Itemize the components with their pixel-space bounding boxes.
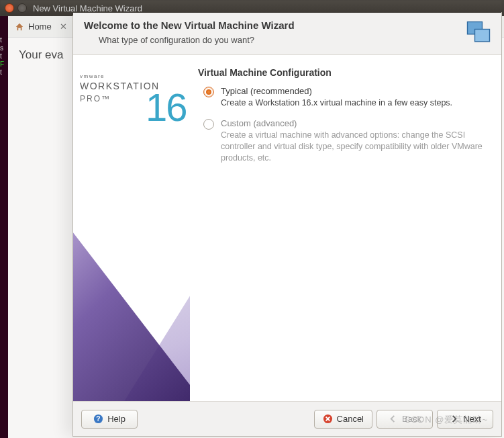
svg-text:?: ?: [96, 415, 100, 423]
config-section-title: Virtual Machine Configuration: [198, 67, 487, 78]
radio-custom[interactable]: [203, 119, 214, 130]
option-typical-desc: Create a Workstation 16.x virtual machin…: [221, 97, 452, 109]
window-minimize-icon[interactable]: [17, 3, 27, 13]
back-icon: [388, 414, 398, 424]
tab-close-icon[interactable]: ✕: [60, 21, 67, 32]
home-icon: [15, 22, 24, 32]
next-icon: [449, 414, 459, 424]
help-icon: ?: [93, 414, 103, 424]
tab-home[interactable]: Home: [28, 21, 52, 32]
wizard-header-icon: [464, 18, 493, 48]
radio-typical[interactable]: [203, 87, 214, 97]
help-button[interactable]: ? Help: [81, 410, 138, 429]
new-vm-wizard-dialog: New Virtual Machine Wizard Welcome to th…: [72, 12, 502, 437]
window-title: New Virtual Machine Wizard: [33, 3, 142, 13]
background-eval-text: Your eva: [19, 48, 63, 62]
wizard-sidebar-graphic: vmware WORKSTATION PRO™ 16: [73, 55, 190, 401]
option-custom[interactable]: Custom (advanced) Create a virtual machi…: [198, 118, 487, 164]
back-button[interactable]: Back: [376, 410, 433, 429]
cancel-button[interactable]: Cancel: [314, 410, 372, 429]
option-custom-desc: Create a virtual machine with advanced o…: [221, 130, 487, 164]
wizard-content: Virtual Machine Configuration Typical (r…: [190, 55, 501, 401]
cancel-icon: [323, 414, 333, 424]
option-typical[interactable]: Typical (recommended) Create a Workstati…: [198, 86, 487, 109]
wizard-footer: ? Help Cancel Back Next: [73, 401, 501, 436]
brand-vmware: vmware: [80, 73, 160, 80]
window-close-icon[interactable]: [5, 3, 14, 13]
wizard-heading: Welcome to the New Virtual Machine Wizar…: [84, 19, 491, 31]
option-custom-label: Custom (advanced): [221, 118, 487, 128]
option-typical-label: Typical (recommended): [221, 86, 452, 96]
svg-rect-1: [475, 30, 490, 42]
next-button[interactable]: Next: [437, 410, 493, 429]
brand-version-number: 16: [146, 85, 187, 130]
wizard-subheading: What type of configuration do you want?: [99, 35, 491, 45]
wizard-header: Welcome to the New Virtual Machine Wizar…: [73, 13, 501, 55]
terminal-gutter: tstFt: [0, 16, 8, 438]
